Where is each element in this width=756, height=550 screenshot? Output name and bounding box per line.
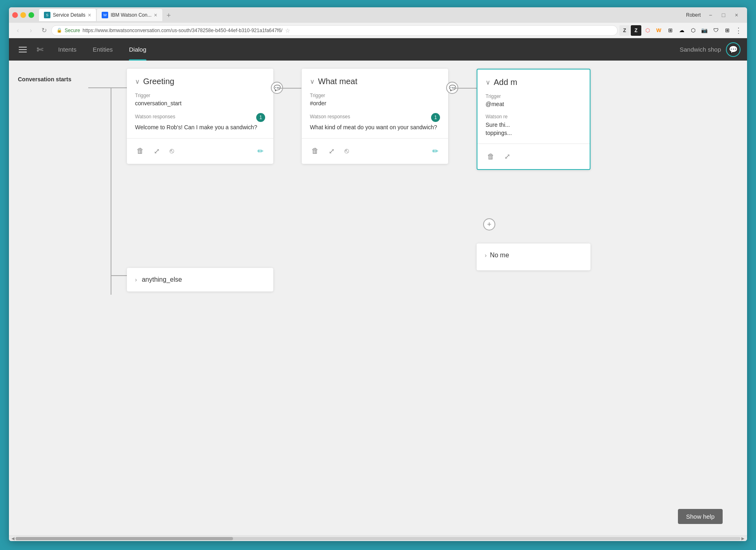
minimize-window-button[interactable]: − (20, 12, 26, 18)
anything-else-node: › anything_else (127, 268, 273, 291)
secure-icon: 🔒 (57, 28, 62, 33)
greeting-move-button[interactable]: ⤢ (152, 145, 161, 157)
hamburger-menu-button[interactable] (15, 43, 30, 56)
what-meat-edit-button[interactable]: ✏ (431, 145, 440, 157)
what-meat-actions: 🗑 ⤢ ⎋ ✏ (310, 145, 440, 157)
greeting-collapse-icon[interactable]: ∨ (135, 78, 140, 85)
app-header-right: Sandwich shop 💬 (680, 42, 741, 57)
extension-z1-button[interactable]: Z (619, 25, 630, 36)
tab-label-watson: IBM Watson Con... (111, 12, 151, 18)
what-meat-responses-header: Watson responses 1 (310, 113, 440, 122)
browser-menu-button[interactable]: ⋮ (733, 26, 744, 35)
tab-watson[interactable]: W IBM Watson Con... × (97, 9, 162, 21)
scroll-right-arrow[interactable]: ▶ (741, 536, 745, 541)
shop-name: Sandwich shop (680, 46, 721, 53)
tools-icon[interactable]: ✄ (35, 45, 45, 54)
nav-dialog[interactable]: Dialog (121, 38, 155, 61)
greeting-divider (127, 138, 273, 139)
tab-close-watson[interactable]: × (154, 12, 157, 18)
close-btn[interactable]: × (731, 9, 742, 21)
extension-shield-button[interactable]: 🛡 (710, 25, 721, 36)
what-meat-responses-badge: 1 (431, 113, 440, 122)
add-meat-collapse-icon[interactable]: ∨ (486, 78, 490, 86)
no-meat-node: › No me (477, 243, 590, 270)
greeting-delete-button[interactable]: 🗑 (135, 145, 146, 157)
add-meat-actions: 🗑 ⤢ (486, 150, 582, 163)
forward-button[interactable]: › (25, 25, 37, 36)
what-meat-collapse-icon[interactable]: ∨ (310, 78, 315, 85)
tabs-bar: S Service Details × W IBM Watson Con... … (36, 9, 682, 21)
add-meat-divider (477, 143, 590, 144)
anything-else-text: anything_else (142, 276, 182, 283)
maximize-window-button[interactable]: □ (28, 12, 34, 18)
extension-cloud-button[interactable]: ☁ (676, 25, 687, 36)
greeting-node: ∨ Greeting Trigger conversation_start Wa… (127, 69, 273, 164)
connector-v-main (111, 87, 111, 295)
back-button[interactable]: ‹ (12, 25, 24, 36)
what-meat-trigger-label: Trigger (310, 93, 440, 98)
add-meat-trigger-value: @meat (486, 101, 582, 107)
add-child-button[interactable]: + (483, 218, 495, 230)
nav-dialog-label: Dialog (129, 46, 146, 53)
add-meat-node-header: ∨ Add m (486, 78, 582, 87)
user-label: Robert (684, 12, 703, 18)
tab-service-details[interactable]: S Service Details × (39, 9, 96, 21)
tab-icon-service: S (44, 12, 50, 18)
add-meat-delete-button[interactable]: 🗑 (486, 151, 496, 163)
extension-grid2-button[interactable]: ⊞ (722, 25, 732, 36)
new-tab-button[interactable]: + (163, 10, 174, 21)
bookmark-star-icon[interactable]: ☆ (285, 27, 290, 34)
extension-grid-button[interactable]: ⊞ (665, 25, 675, 36)
greeting-responses-label: Watson responses (135, 114, 175, 120)
greeting-node-header: ∨ Greeting (135, 77, 265, 86)
greeting-trigger-value: conversation_start (135, 100, 265, 107)
extension-camera-button[interactable]: 📷 (699, 25, 710, 36)
greeting-actions: 🗑 ⤢ ⎋ ✏ (135, 145, 265, 157)
no-meat-expand-icon[interactable]: › (485, 252, 487, 259)
greeting-branch-button[interactable]: ⎋ (168, 145, 176, 157)
close-window-button[interactable]: × (12, 12, 18, 18)
add-meat-response-text: Sure thi...toppings... (486, 121, 582, 137)
what-meat-node-title: What meat (318, 77, 357, 86)
nav-intents-label: Intents (58, 46, 76, 53)
address-url: https://www.ibmwatsonconversation.com/us… (83, 28, 283, 33)
extension-z2-button[interactable]: Z (631, 25, 641, 36)
extension-orange-button[interactable]: W (654, 25, 664, 36)
what-meat-move-button[interactable]: ⤢ (327, 145, 336, 157)
what-meat-trigger-value: #order (310, 100, 440, 107)
conversation-starts-label: Conversation starts (18, 76, 71, 83)
title-bar-right: Robert − □ × (684, 9, 744, 21)
address-bar: ‹ › ↻ 🔒 Secure https://www.ibmwatsonconv… (9, 23, 747, 38)
add-meat-move-button[interactable]: ⤢ (503, 150, 512, 163)
tab-close-service[interactable]: × (88, 12, 91, 18)
nav-entities-label: Entities (93, 46, 113, 53)
scrollbar-track[interactable] (15, 537, 741, 540)
anything-expand-icon[interactable]: › (135, 276, 137, 283)
scrollbar-thumb[interactable] (15, 537, 233, 540)
try-chat-button[interactable]: 💬 (726, 42, 741, 57)
extension-puzzle-button[interactable]: ⬡ (688, 25, 698, 36)
add-meat-node-title: Add m (494, 78, 517, 87)
scroll-left-arrow[interactable]: ◀ (11, 536, 15, 541)
minimize-btn[interactable]: − (705, 9, 716, 21)
refresh-button[interactable]: ↻ (38, 25, 50, 36)
what-meat-delete-button[interactable]: 🗑 (310, 145, 320, 157)
address-input[interactable]: 🔒 Secure https://www.ibmwatsonconversati… (51, 25, 618, 36)
greeting-edit-button[interactable]: ✏ (256, 145, 265, 157)
toolbar-extensions: Z Z ⬡ W ⊞ ☁ ⬡ 📷 🛡 ⊞ ⋮ (619, 25, 744, 36)
nav-entities[interactable]: Entities (85, 38, 121, 61)
what-meat-branch-button[interactable]: ⎋ (343, 145, 351, 157)
nav-intents[interactable]: Intents (50, 38, 85, 61)
what-meat-responses-label: Watson responses (310, 114, 350, 120)
restore-btn[interactable]: □ (718, 9, 729, 21)
no-meat-node-header: › No me (485, 252, 582, 259)
show-help-button[interactable]: Show help (678, 509, 723, 524)
app-header: ✄ Intents Entities Dialog Sandwich shop … (9, 38, 747, 61)
main-canvas: Conversation starts ∨ Greeting Trigger c… (9, 61, 747, 535)
extension-red-button[interactable]: ⬡ (642, 25, 653, 36)
greeting-responses-badge: 1 (256, 113, 265, 122)
connector-to-anything (111, 275, 127, 276)
connector-to-greeting (111, 87, 127, 88)
what-meat-node-header: ∨ What meat (310, 77, 440, 86)
scrollbar-area: ◀ ▶ (9, 535, 747, 541)
